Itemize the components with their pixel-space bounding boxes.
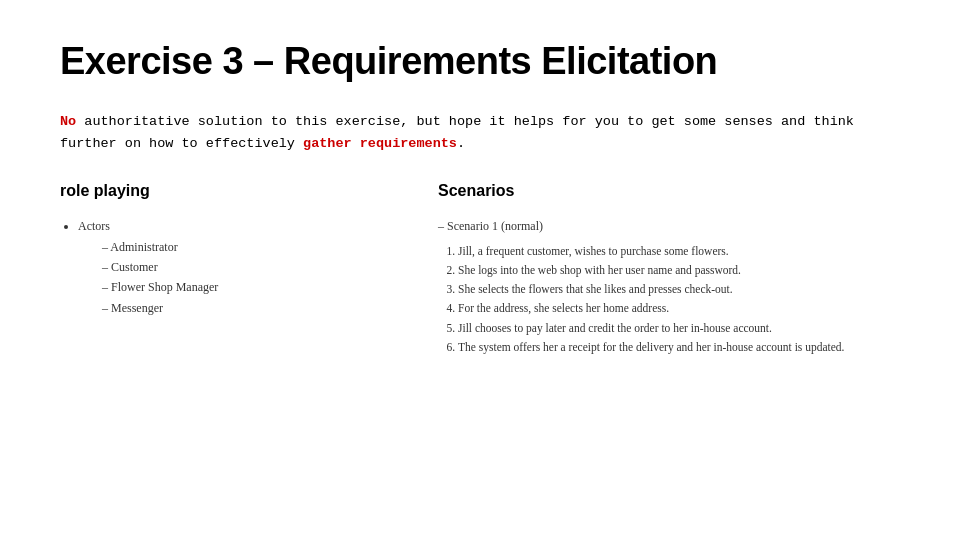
page-title: Exercise 3 – Requirements Elicitation <box>60 40 900 83</box>
gather-word: gather requirements <box>303 136 457 151</box>
left-column: role playing Actors Administrator Custom… <box>60 182 438 358</box>
list-item: For the address, she selects her home ad… <box>458 300 900 317</box>
list-item: The system offers her a receipt for the … <box>458 339 900 356</box>
list-item: She logs into the web shop with her user… <box>458 262 900 279</box>
list-item: Jill chooses to pay later and credit the… <box>458 320 900 337</box>
list-item: Flower Shop Manager <box>102 277 418 297</box>
scenarios-content: Scenario 1 (normal) Jill, a frequent cus… <box>438 216 900 356</box>
actors-sub-list: Administrator Customer Flower Shop Manag… <box>78 237 418 319</box>
role-playing-heading: role playing <box>60 182 418 200</box>
scenario-label: Scenario 1 (normal) <box>438 216 900 236</box>
no-word: No <box>60 114 76 129</box>
intro-paragraph: No authoritative solution to this exerci… <box>60 111 900 154</box>
actors-item: Actors Administrator Customer Flower Sho… <box>78 216 418 318</box>
list-item: Customer <box>102 257 418 277</box>
actors-list-wrapper: Actors Administrator Customer Flower Sho… <box>60 216 418 318</box>
list-item: She selects the flowers that she likes a… <box>458 281 900 298</box>
scenarios-heading: Scenarios <box>438 182 900 200</box>
actors-label: Actors <box>78 219 110 233</box>
list-item: Administrator <box>102 237 418 257</box>
right-column: Scenarios Scenario 1 (normal) Jill, a fr… <box>438 182 900 358</box>
scenario-steps: Jill, a frequent customer, wishes to pur… <box>438 243 900 357</box>
two-column-layout: role playing Actors Administrator Custom… <box>60 182 900 358</box>
list-item: Jill, a frequent customer, wishes to pur… <box>458 243 900 260</box>
role-playing-content: Actors Administrator Customer Flower Sho… <box>60 216 418 318</box>
intro-text-2: . <box>457 136 465 151</box>
list-item: Messenger <box>102 298 418 318</box>
